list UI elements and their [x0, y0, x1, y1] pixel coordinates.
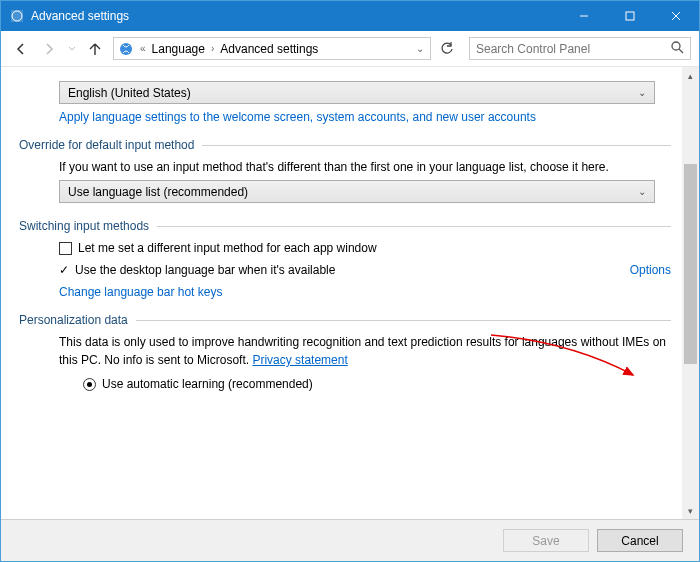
- desc-text: This data is only used to improve handwr…: [59, 335, 666, 367]
- forward-button[interactable]: [37, 37, 61, 61]
- svg-point-6: [120, 43, 132, 55]
- radio-label: Use automatic learning (recommended): [102, 377, 313, 391]
- desktop-language-bar-checkbox-row[interactable]: ✓ Use the desktop language bar when it's…: [59, 263, 335, 277]
- chevron-right-icon: ›: [209, 43, 216, 54]
- scrollbar[interactable]: ▴ ▾: [682, 67, 699, 519]
- divider: [157, 226, 671, 227]
- section-personalization-header: Personalization data: [19, 313, 671, 327]
- scroll-channel[interactable]: [682, 84, 699, 502]
- recent-dropdown-button[interactable]: [65, 37, 79, 61]
- display-language-dropdown[interactable]: English (United States) ⌄: [59, 81, 655, 104]
- search-icon: [670, 40, 684, 57]
- cancel-button[interactable]: Cancel: [597, 529, 683, 552]
- section-title: Switching input methods: [19, 219, 149, 233]
- section-title: Override for default input method: [19, 138, 194, 152]
- personalization-description: This data is only used to improve handwr…: [59, 333, 671, 369]
- window-title: Advanced settings: [31, 9, 129, 23]
- scroll-down-button[interactable]: ▾: [682, 502, 699, 519]
- scroll-thumb[interactable]: [684, 164, 697, 364]
- close-button[interactable]: [653, 1, 699, 31]
- svg-rect-3: [626, 12, 634, 20]
- chevron-icon: «: [138, 43, 148, 54]
- svg-line-8: [679, 49, 683, 53]
- override-description: If you want to use an input method that'…: [59, 158, 671, 176]
- titlebar: Advanced settings: [1, 1, 699, 31]
- back-button[interactable]: [9, 37, 33, 61]
- input-method-dropdown[interactable]: Use language list (recommended) ⌄: [59, 180, 655, 203]
- refresh-button[interactable]: [435, 37, 459, 60]
- footer: Save Cancel: [1, 519, 699, 561]
- hotkeys-link[interactable]: Change language bar hot keys: [59, 285, 222, 299]
- dropdown-value: English (United States): [68, 86, 191, 100]
- checkbox-label: Use the desktop language bar when it's a…: [75, 263, 335, 277]
- chevron-down-icon: ⌄: [638, 186, 646, 197]
- chevron-down-icon[interactable]: ⌄: [414, 43, 426, 54]
- checkbox-checked[interactable]: ✓: [59, 263, 69, 277]
- search-box[interactable]: [469, 37, 691, 60]
- section-switching-header: Switching input methods: [19, 219, 671, 233]
- divider: [202, 145, 671, 146]
- control-panel-icon: [118, 41, 134, 57]
- up-button[interactable]: [83, 37, 107, 61]
- breadcrumb[interactable]: « Language › Advanced settings ⌄: [113, 37, 431, 60]
- breadcrumb-item-language[interactable]: Language: [152, 42, 205, 56]
- content-fade: [1, 505, 682, 519]
- content-area: English (United States) ⌄ Apply language…: [1, 67, 699, 519]
- divider: [136, 320, 671, 321]
- scroll-up-button[interactable]: ▴: [682, 67, 699, 84]
- svg-point-7: [672, 42, 680, 50]
- radio-selected[interactable]: [83, 378, 96, 391]
- chevron-down-icon: ⌄: [638, 87, 646, 98]
- navbar: « Language › Advanced settings ⌄: [1, 31, 699, 67]
- options-link[interactable]: Options: [630, 263, 671, 277]
- checkbox-unchecked[interactable]: [59, 242, 72, 255]
- search-input[interactable]: [476, 42, 670, 56]
- section-title: Personalization data: [19, 313, 128, 327]
- dropdown-value: Use language list (recommended): [68, 185, 248, 199]
- apply-settings-link[interactable]: Apply language settings to the welcome s…: [59, 110, 536, 124]
- automatic-learning-radio-row[interactable]: Use automatic learning (recommended): [83, 377, 671, 391]
- svg-rect-0: [11, 10, 23, 22]
- minimize-button[interactable]: [561, 1, 607, 31]
- maximize-button[interactable]: [607, 1, 653, 31]
- checkbox-label: Let me set a different input method for …: [78, 241, 377, 255]
- breadcrumb-item-advanced[interactable]: Advanced settings: [220, 42, 318, 56]
- per-app-input-checkbox-row[interactable]: Let me set a different input method for …: [59, 241, 671, 255]
- app-icon: [9, 8, 25, 24]
- section-override-header: Override for default input method: [19, 138, 671, 152]
- save-button[interactable]: Save: [503, 529, 589, 552]
- privacy-statement-link[interactable]: Privacy statement: [252, 353, 347, 367]
